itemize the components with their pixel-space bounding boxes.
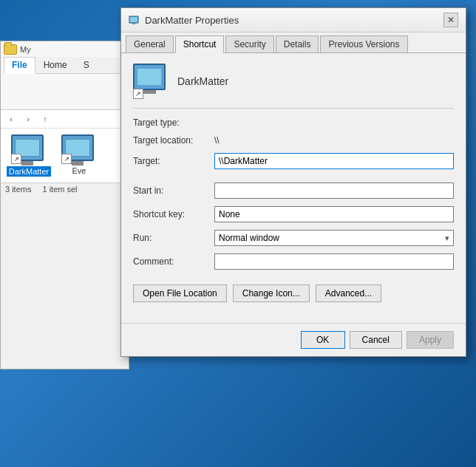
fe-content: ↗ DarkMatter ↗ Eve [1,129,129,183]
target-location-value: \\ [214,135,220,146]
dialog-titlebar: DarkMatter Properties ✕ [121,8,466,33]
tab-shortcut[interactable]: Shortcut [175,35,225,53]
fe-statusbar: 3 items 1 item sel [1,183,129,195]
shortcut-header: ↗ DarkMatter [133,64,454,109]
shortcut-key-row: Shortcut key: [133,206,454,222]
file-explorer-ribbon: My File Home S [1,41,129,110]
ribbon-label: My [20,45,31,54]
svg-rect-1 [130,17,137,22]
target-type-label: Target type: [133,117,214,128]
target-input[interactable] [214,153,454,169]
up-button[interactable]: ↑ [38,112,52,126]
forward-button[interactable]: › [21,112,35,126]
fe-tab-bar: File Home S [4,57,126,74]
dialog-footer: OK Cancel Apply [121,323,466,356]
start-in-label: Start in: [133,185,214,196]
list-item[interactable]: ↗ Eve [57,134,101,177]
fe-nav-bar: ‹ › ↑ [1,110,129,129]
shortcut-arrow-overlay: ↗ [133,89,143,99]
item-label-eve: Eve [72,166,86,175]
shortcut-monitor-screen [137,69,161,85]
run-label: Run: [133,233,214,243]
run-row: Run: Normal window Minimized Maximized [133,230,454,246]
start-in-input[interactable] [214,183,454,199]
cancel-button[interactable]: Cancel [350,331,402,349]
advanced-button[interactable]: Advanced... [316,284,381,302]
comment-input[interactable] [214,253,454,270]
tab-details[interactable]: Details [276,35,319,52]
dialog-body: ↗ DarkMatter Target type: Target locatio… [121,53,466,323]
fe-tab-file[interactable]: File [4,57,35,74]
target-location-row: Target location: \\ [133,135,454,146]
shortcut-key-input[interactable] [214,206,454,222]
run-select[interactable]: Normal window Minimized Maximized [214,230,454,246]
selected-count: 1 item sel [42,185,77,194]
target-label: Target: [133,156,214,166]
item-icon-eve: ↗ [61,134,97,164]
tab-previous-versions[interactable]: Previous Versions [320,35,407,52]
fe-tab-home[interactable]: Home [35,57,75,73]
shortcut-monitor-icon [133,64,166,90]
ok-button[interactable]: OK [301,331,345,349]
ribbon-top: My [4,44,126,55]
items-count: 3 items [5,185,31,194]
file-explorer-window: My File Home S ‹ › ↑ ↗ DarkMatter [0,41,129,369]
back-button[interactable]: ‹ [4,112,18,126]
shortcut-key-label: Shortcut key: [133,209,214,219]
shortcut-icon-container: ↗ [133,64,169,99]
target-location-label: Target location: [133,135,214,146]
comment-row: Comment: [133,253,454,270]
dialog-tabs: General Shortcut Security Details Previo… [121,33,466,53]
fe-tab-share[interactable]: S [75,57,98,73]
properties-dialog: DarkMatter Properties ✕ General Shortcut… [120,7,466,357]
list-item[interactable]: ↗ DarkMatter [7,134,51,177]
dialog-title: DarkMatter Properties [145,15,439,26]
open-file-location-button[interactable]: Open File Location [133,284,227,302]
shortcut-arrow-icon: ↗ [11,154,21,164]
close-button[interactable]: ✕ [443,13,458,27]
item-icon-darkmatter: ↗ [11,134,47,164]
change-icon-button[interactable]: Change Icon... [233,284,310,302]
target-type-row: Target type: [133,117,454,128]
folder-icon [4,44,17,55]
run-select-wrapper: Normal window Minimized Maximized [214,230,454,246]
dialog-icon [129,14,140,26]
apply-button[interactable]: Apply [407,331,454,349]
target-row: Target: [133,153,454,169]
start-in-row: Start in: [133,183,454,199]
comment-label: Comment: [133,256,214,267]
item-label-darkmatter: DarkMatter [7,166,51,177]
svg-rect-2 [132,23,135,24]
shortcut-name-label: DarkMatter [177,75,228,87]
tab-general[interactable]: General [126,35,174,52]
tab-security[interactable]: Security [225,35,273,52]
action-buttons: Open File Location Change Icon... Advanc… [133,284,454,302]
shortcut-arrow-icon-eve: ↗ [61,154,72,164]
